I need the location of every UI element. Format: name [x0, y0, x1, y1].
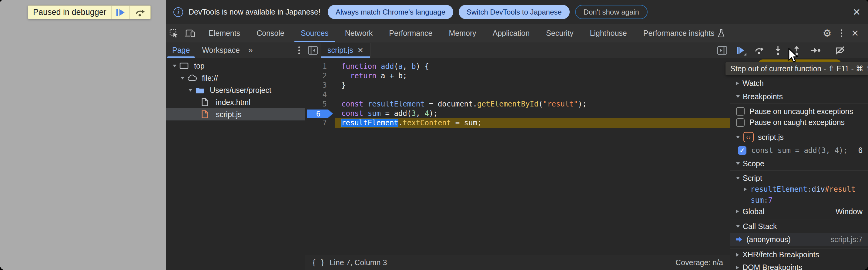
line-number-1[interactable]: 1 [305, 62, 335, 71]
call-stack-frame[interactable]: (anonymous) script.js:7 [730, 233, 868, 246]
chevron-icon[interactable] [189, 89, 192, 92]
breakpoint-file-label: script.js [758, 133, 784, 142]
scope-global-row[interactable]: Global Window [730, 206, 868, 217]
resume-button[interactable] [733, 44, 748, 57]
code-token: const [341, 100, 363, 108]
breakpoint-entry[interactable]: ✓ const sum = add(3, 4); 6 [730, 144, 868, 157]
pause-caught-row[interactable]: Pause on caught exceptions [730, 118, 868, 129]
settings-gear-icon[interactable]: ⚙ [818, 27, 836, 39]
dom-breakpoints-section-header[interactable]: DOM Breakpoints [730, 261, 868, 270]
tab-security[interactable]: Security [538, 24, 582, 42]
tab-sources[interactable]: Sources [292, 24, 337, 42]
pause-caught-checkbox[interactable] [736, 118, 745, 127]
line-number-7[interactable]: 7 [305, 118, 335, 128]
breakpoint-file-group[interactable]: ‹› script.js [730, 130, 868, 144]
chevron-icon[interactable] [173, 65, 177, 67]
more-options-kebab-icon[interactable] [836, 29, 847, 37]
navigator-tab-workspace[interactable]: Workspace [196, 43, 246, 58]
xhr-breakpoints-section-header[interactable]: XHR/fetch Breakpoints [730, 248, 868, 261]
chevron-right-icon [736, 253, 739, 257]
more-tabs-chevron[interactable]: » [246, 43, 255, 58]
line-number-3[interactable]: 3 [305, 81, 335, 90]
tab-performance-insights[interactable]: Performance insights [635, 24, 733, 42]
code-token: 3 [411, 109, 416, 118]
toggle-debugger-sidebar-button[interactable] [717, 43, 730, 58]
tab-label: Console [256, 29, 284, 38]
tree-item-top[interactable]: top [166, 60, 305, 72]
navigator-kebab-icon[interactable] [293, 47, 305, 54]
navigator-tab-page[interactable]: Page [166, 43, 196, 58]
deactivate-breakpoints-button[interactable] [833, 44, 847, 57]
watch-section-header[interactable]: Watch [730, 77, 868, 90]
code-token [376, 62, 381, 71]
breakpoint-checkbox[interactable]: ✓ [738, 146, 746, 155]
chevron-right-icon [744, 187, 747, 191]
line-number-6[interactable]: 6 [305, 109, 335, 118]
device-toolbar-button[interactable] [182, 24, 198, 42]
breakpoints-section-header[interactable]: Breakpoints [730, 90, 868, 103]
scope-global-value: Window [836, 207, 868, 216]
editor-tab-label: script.js [328, 46, 353, 55]
devtools-window: i DevTools is now available in Japanese!… [166, 0, 868, 270]
var-name: sum [751, 196, 764, 205]
infobar-close-icon[interactable]: ✕ [852, 7, 861, 17]
tab-console[interactable]: Console [248, 24, 292, 42]
sources-panel: Page Workspace » topfile://Users/user/pr… [166, 43, 868, 270]
tab-lighthouse[interactable]: Lighthouse [582, 24, 635, 42]
source-code-viewer[interactable]: 1function add(a, b) {2 return a + b;3}45… [305, 58, 730, 255]
scope-script-row[interactable]: Script [730, 172, 868, 184]
step-over-button[interactable] [752, 44, 767, 57]
code-line-7: 7resultElement.textContent = sum; [305, 118, 730, 128]
tab-application[interactable]: Application [485, 24, 538, 42]
scope-section-header[interactable]: Scope [730, 157, 868, 171]
tree-item-index.html[interactable]: index.html [166, 96, 305, 108]
line-number-5[interactable]: 5 [305, 99, 335, 109]
tree-item-file-[interactable]: file:// [166, 72, 305, 84]
var-separator: : [764, 196, 768, 205]
pause-uncaught-checkbox[interactable] [736, 107, 745, 116]
step-into-icon [773, 46, 782, 55]
line-number-4[interactable]: 4 [305, 90, 335, 99]
dont-show-again-button[interactable]: Don't show again [575, 5, 648, 19]
editor-status-bar: { } Line 7, Column 3 Coverage: n/a [305, 255, 730, 270]
tab-label: Security [546, 29, 573, 38]
chevron-down-icon [736, 95, 740, 98]
inspect-element-button[interactable] [166, 24, 182, 42]
editor-tab-scriptjs[interactable]: script.js ✕ [321, 43, 371, 58]
frame-location: script.js:7 [830, 235, 868, 244]
tree-item-script.js[interactable]: script.js [166, 108, 305, 120]
chevron-down-icon [736, 177, 740, 180]
scope-var-sum[interactable]: sum : 7 [730, 195, 868, 206]
call-stack-section-header[interactable]: Call Stack [730, 220, 868, 233]
step-over-button-banner[interactable] [129, 6, 150, 19]
step-button[interactable] [808, 44, 823, 57]
pretty-print-icon[interactable]: { } [312, 259, 325, 267]
toggle-navigator-button[interactable] [305, 43, 321, 58]
pause-uncaught-label: Pause on uncaught exceptions [749, 107, 853, 116]
info-icon: i [174, 7, 183, 17]
pause-uncaught-row[interactable]: Pause on uncaught exceptions [730, 105, 868, 118]
chevron-icon[interactable] [181, 77, 184, 80]
toolbar-separator [828, 46, 828, 55]
devtools-close-icon[interactable]: ✕ [847, 28, 863, 38]
line-number-2[interactable]: 2 [305, 71, 335, 81]
tree-item-users-user-project[interactable]: Users/user/project [166, 84, 305, 96]
paused-banner-text: Paused in debugger [33, 7, 106, 17]
scope-var-resultelement[interactable]: resultElement : div #result [730, 184, 868, 195]
code-token: ) { [416, 62, 429, 71]
tab-bar-right-controls: ⚙ ✕ [815, 24, 868, 42]
step-icon [810, 47, 821, 54]
tab-network[interactable]: Network [337, 24, 381, 42]
switch-devtools-japanese-button[interactable]: Switch DevTools to Japanese [459, 5, 570, 19]
tab-memory[interactable]: Memory [440, 24, 484, 42]
tab-label: Performance [389, 29, 432, 38]
step-into-button[interactable] [771, 44, 785, 57]
tab-label: Application [493, 29, 530, 38]
tab-elements[interactable]: Elements [200, 24, 248, 42]
resume-script-button[interactable] [111, 6, 129, 19]
editor-tab-close-icon[interactable]: ✕ [358, 46, 364, 55]
always-match-language-button[interactable]: Always match Chrome's language [328, 5, 453, 19]
tree-item-label: top [194, 62, 205, 70]
code-token: "result" [543, 100, 578, 108]
tab-performance[interactable]: Performance [381, 24, 440, 42]
